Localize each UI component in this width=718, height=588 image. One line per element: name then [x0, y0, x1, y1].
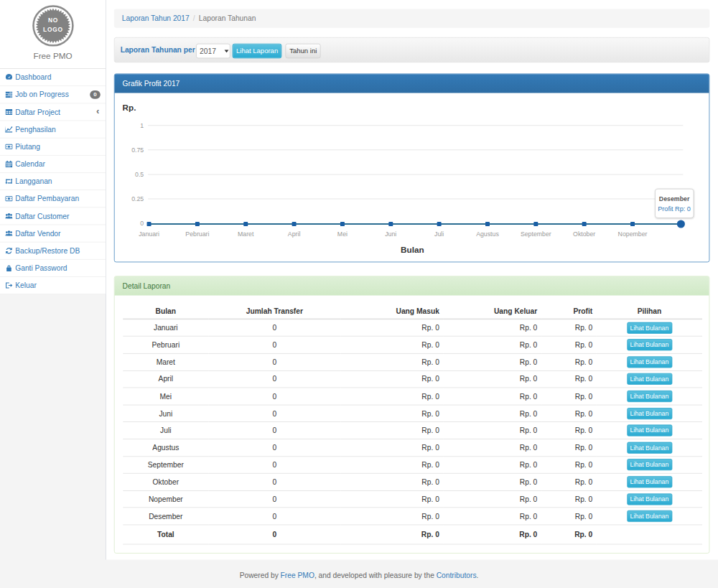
svg-text:Agustus: Agustus: [476, 230, 499, 238]
svg-text:Januari: Januari: [139, 230, 159, 238]
svg-text:1: 1: [140, 122, 144, 129]
svg-text:NO: NO: [48, 17, 58, 24]
svg-text:Mei: Mei: [337, 230, 348, 238]
svg-text:Oktober: Oktober: [573, 230, 595, 238]
svg-text:Pebruari: Pebruari: [185, 230, 209, 238]
svg-text:Maret: Maret: [238, 230, 254, 238]
svg-text:Nopember: Nopember: [618, 230, 648, 238]
svg-text:Rp.: Rp.: [123, 103, 136, 112]
svg-text:0: 0: [140, 220, 144, 227]
svg-text:0.25: 0.25: [131, 195, 144, 202]
svg-text:0.5: 0.5: [135, 171, 144, 178]
svg-text:Juli: Juli: [434, 230, 444, 238]
svg-text:0.75: 0.75: [131, 146, 144, 154]
svg-text:LOGO: LOGO: [43, 26, 63, 33]
svg-text:April: April: [288, 230, 301, 238]
svg-text:Bulan: Bulan: [401, 245, 424, 254]
svg-text:September: September: [521, 230, 551, 238]
svg-text:Juni: Juni: [385, 230, 396, 238]
